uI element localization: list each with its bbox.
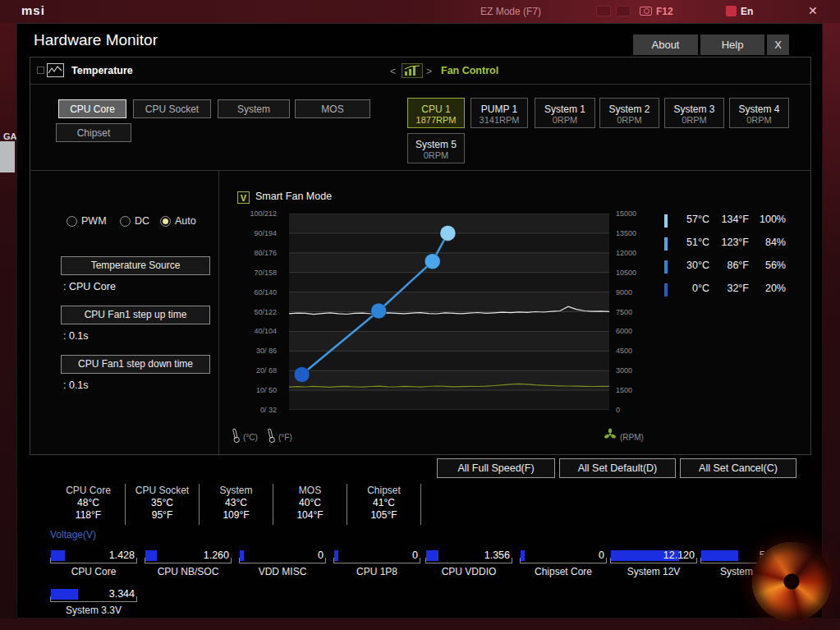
section-divider	[30, 170, 810, 171]
axis-tick-label: 50/122	[254, 308, 277, 316]
voltage-gauge-cpu-core: 1.428 CPU Core	[50, 547, 137, 583]
legend-temp-c: 51°C	[672, 237, 709, 248]
fan-name: CPU 1	[408, 103, 464, 115]
all-full-speed-button[interactable]: All Full Speed(F)	[437, 458, 555, 478]
y-axis-left-ticks: 100/21290/19480/17670/15860/14050/12240/…	[227, 214, 282, 410]
axis-tick-label: 0/ 32	[260, 406, 277, 414]
voltage-name: VDD MISC	[239, 566, 326, 577]
radio-label: DC	[135, 215, 149, 227]
topbar-tab-icon[interactable]	[616, 6, 631, 16]
radio-label: PWM	[81, 215, 107, 227]
msi-dragon-logo	[752, 542, 831, 621]
language-button[interactable]: En	[741, 6, 753, 17]
axis-tick-label: 6000	[616, 327, 632, 335]
fan-tab-system1[interactable]: System 1 0RPM	[535, 98, 595, 128]
bios-left-edge: GA	[0, 23, 16, 619]
axis-tick-label: 70/158	[254, 269, 277, 277]
voltage-name: System 3.3V	[50, 605, 137, 616]
temp-tab-system[interactable]: System	[218, 99, 290, 118]
ez-mode-button[interactable]: EZ Mode (F7)	[480, 6, 541, 17]
fahrenheit-unit-label: (°F)	[278, 433, 292, 442]
smart-fan-label: Smart Fan Mode	[255, 191, 332, 202]
fan-name: PUMP 1	[471, 103, 527, 115]
axis-tick-label: 3000	[616, 366, 632, 375]
fan-rpm: 0RPM	[665, 115, 723, 125]
fan-rpm-icon	[604, 428, 617, 444]
legend-color-bar	[664, 260, 668, 274]
step-down-time-button[interactable]: CPU Fan1 step down time	[61, 355, 210, 374]
status-temp-name: CPU Socket	[126, 485, 199, 497]
all-set-cancel-button[interactable]: All Set Cancel(C)	[680, 458, 796, 478]
voltage-name: CPU VDDIO	[425, 566, 512, 577]
voltage-value: 1.428	[109, 550, 135, 561]
fan-rpm: 1877RPM	[408, 115, 464, 125]
legend-row: 57°C 134°F 100%	[664, 211, 787, 234]
status-temp-c: 48°C	[52, 497, 125, 509]
radio-circle-icon	[67, 216, 77, 227]
voltage-name: CPU 1P8	[333, 566, 420, 577]
axis-tick-label: 1500	[616, 386, 632, 394]
fan-tab-cpu1[interactable]: CPU 1 1877RPM	[407, 98, 465, 128]
close-window-button[interactable]: X	[767, 34, 789, 55]
radio-circle-icon	[160, 216, 171, 227]
fan-tab-pump1[interactable]: PUMP 1 3141RPM	[470, 98, 528, 128]
help-button[interactable]: Help	[700, 34, 764, 55]
fan-rpm: 0RPM	[730, 115, 788, 125]
legend-percent: 56%	[751, 260, 786, 271]
bios-close-icon[interactable]: ✕	[808, 4, 818, 17]
axis-tick-label: 7500	[616, 308, 632, 316]
legend-color-bar	[664, 214, 668, 228]
legend-temp-c: 57°C	[672, 214, 709, 225]
all-set-default-button[interactable]: All Set Default(D)	[559, 458, 676, 478]
temp-tab-mos[interactable]: MOS	[295, 99, 370, 118]
voltage-bar	[701, 550, 738, 561]
fan-control-prev-icon[interactable]: <	[390, 66, 396, 77]
background-panel-fragment	[0, 141, 15, 172]
voltage-gauge-system-12v: 12.120 System 12V	[610, 547, 697, 583]
language-flag-icon[interactable]	[726, 6, 737, 16]
legend-temp-f: 86°F	[712, 260, 749, 271]
bios-topbar: msi EZ Mode (F7) F12 En ✕	[0, 0, 840, 23]
rpm-unit-label: (RPM)	[620, 433, 644, 442]
axis-tick-label: 13500	[616, 229, 636, 237]
temp-tab-cpu-core[interactable]: CPU Core	[58, 99, 126, 118]
screenshot-camera-icon[interactable]	[640, 7, 652, 16]
axis-tick-label: 60/140	[254, 288, 277, 297]
screenshot-key-label[interactable]: F12	[656, 6, 673, 17]
axis-tick-label: 100/212	[250, 209, 277, 218]
axis-tick-label: 90/194	[254, 229, 277, 237]
temp-tab-chipset[interactable]: Chipset	[56, 123, 131, 142]
radio-circle-icon	[120, 216, 131, 227]
fan-name: System 4	[730, 103, 788, 115]
topbar-tab-icon[interactable]	[596, 6, 611, 16]
about-button[interactable]: About	[633, 34, 698, 55]
fan-name: System 3	[665, 103, 723, 115]
radio-pwm[interactable]: PWM	[67, 215, 107, 227]
status-temp-name: System	[200, 485, 273, 497]
voltage-gauge-cpu-nb-soc: 1.260 CPU NB/SOC	[145, 547, 232, 583]
voltage-gauge-cpu-1p8: 0 CPU 1P8	[333, 547, 420, 583]
fan-tab-system4[interactable]: System 4 0RPM	[729, 98, 789, 128]
smart-fan-checkbox[interactable]: V	[237, 191, 250, 204]
fan-rpm: 0RPM	[408, 150, 464, 160]
temperature-source-button[interactable]: Temperature Source	[61, 256, 210, 275]
voltage-bar	[334, 550, 338, 561]
window-title: Hardware Monitor	[34, 31, 158, 49]
smart-fan-curve-chart[interactable]	[289, 214, 609, 410]
radio-dc[interactable]: DC	[120, 215, 149, 227]
fan-rpm: 3141RPM	[471, 115, 527, 125]
voltage-bar	[51, 550, 65, 561]
radio-auto[interactable]: Auto	[160, 215, 196, 227]
legend-percent: 84%	[751, 237, 786, 248]
voltage-bar	[521, 550, 525, 561]
step-up-time-button[interactable]: CPU Fan1 step up time	[61, 306, 210, 324]
axis-tick-label: 30/ 86	[256, 347, 277, 355]
voltage-value: 12.120	[663, 550, 695, 561]
fan-tab-system2[interactable]: System 2 0RPM	[599, 98, 659, 128]
fan-tab-system3[interactable]: System 3 0RPM	[664, 98, 724, 128]
fan-tab-system5[interactable]: System 5 0RPM	[407, 133, 465, 163]
temperature-section-title: Temperature	[71, 65, 133, 76]
step-up-time-value: : 0.1s	[63, 330, 89, 342]
fan-control-next-icon[interactable]: >	[426, 66, 432, 77]
temp-tab-cpu-socket[interactable]: CPU Socket	[133, 99, 211, 118]
